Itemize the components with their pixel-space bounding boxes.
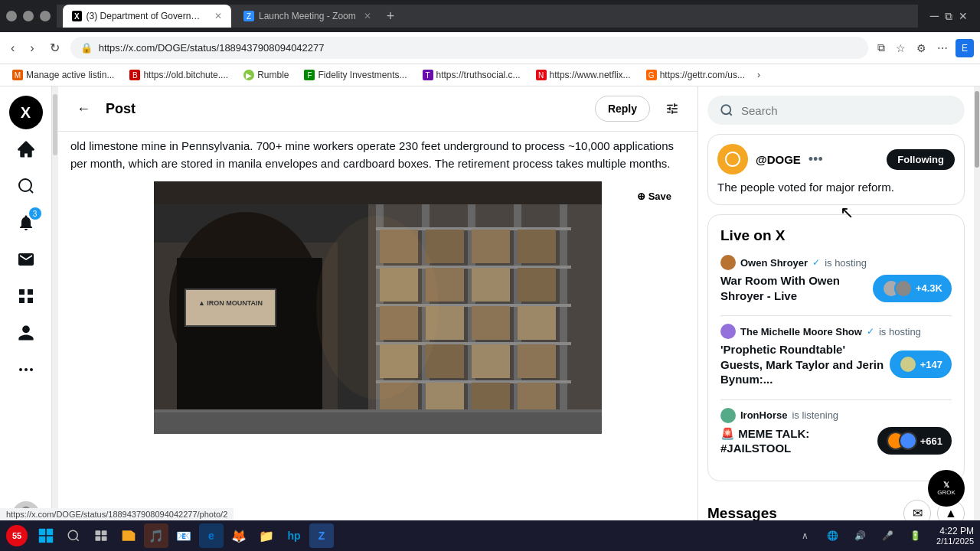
- right-sidebar: @DOGE ••• Following The people voted for…: [698, 86, 974, 538]
- bookmark-gettr[interactable]: G https://gettr.com/us...: [640, 67, 751, 83]
- options-icon: [665, 102, 679, 116]
- live-host-row-2: The Michelle Moore Show ✓ is hosting: [720, 324, 952, 339]
- save-badge[interactable]: ⊕ Save: [629, 187, 679, 205]
- star-button[interactable]: ☆: [893, 39, 909, 57]
- listener-count-2: +147: [920, 359, 942, 370]
- svg-rect-34: [518, 268, 556, 302]
- sidebar-item-home[interactable]: [9, 132, 43, 166]
- window-action-buttons: ─ ⧉ ✕: [924, 6, 974, 26]
- settings-button[interactable]: ⚙: [913, 39, 929, 57]
- listener-badge-2[interactable]: +147: [890, 350, 952, 378]
- tray-battery-button[interactable]: 🔋: [903, 523, 927, 548]
- taskbar-hp-button[interactable]: hp: [282, 523, 306, 548]
- verified-icon-1: ✓: [812, 257, 820, 268]
- svg-rect-3: [28, 289, 33, 295]
- refresh-button[interactable]: ↻: [45, 37, 64, 58]
- nav-icons: ⧉ ☆ ⚙ ⋯ E: [874, 38, 974, 57]
- search-icon: [720, 103, 733, 117]
- post-image-container: ▲ IRON MOUNTAIN: [70, 181, 685, 437]
- window-restore-button[interactable]: ⧉: [945, 10, 952, 23]
- listener-badge-3[interactable]: +661: [877, 427, 952, 455]
- post-options-button[interactable]: [659, 96, 685, 122]
- task-view-button[interactable]: [89, 523, 113, 548]
- listener-badge-1[interactable]: +4.3K: [873, 275, 952, 302]
- sidebar-item-more[interactable]: [9, 353, 43, 386]
- bookmarks-more[interactable]: ›: [754, 67, 763, 83]
- more-button[interactable]: ⋯: [934, 39, 951, 57]
- x-logo-text: X: [21, 104, 31, 122]
- minimize-button[interactable]: [6, 11, 17, 21]
- tray-mic-button[interactable]: 🎤: [875, 523, 900, 548]
- home-icon: [17, 140, 35, 158]
- back-button[interactable]: ‹: [6, 38, 19, 58]
- svg-rect-54: [39, 529, 45, 535]
- tray-network-button[interactable]: 🌐: [820, 523, 844, 548]
- tab-close-doge[interactable]: ✕: [214, 11, 222, 21]
- taskbar-files-button[interactable]: [116, 523, 141, 548]
- bookmark-manage[interactable]: M Manage active listin...: [6, 67, 120, 83]
- window-controls: [6, 11, 51, 21]
- extensions-button[interactable]: ⧉: [874, 38, 888, 57]
- bookmark-label-bitchute: https://old.bitchute....: [143, 70, 228, 80]
- taskbar-app3-button[interactable]: 🦊: [227, 523, 251, 548]
- grok-button[interactable]: 𝕏 GROK: [928, 470, 965, 507]
- post-back-button[interactable]: ←: [70, 96, 96, 122]
- close-button[interactable]: [40, 11, 51, 21]
- forward-button[interactable]: ›: [25, 38, 38, 58]
- start-button[interactable]: [34, 523, 58, 548]
- sidebar-item-notifications[interactable]: 3: [9, 206, 43, 240]
- window-close-button[interactable]: ✕: [959, 10, 968, 22]
- taskbar-zoom-button[interactable]: Z: [309, 523, 334, 548]
- address-bar[interactable]: 🔒 https://x.com/DOGE/status/188943790809…: [70, 37, 868, 59]
- verified-icon-2: ✓: [867, 326, 874, 337]
- app1-icon: 🎵: [149, 529, 164, 543]
- tray-up-icon: ∧: [802, 530, 808, 541]
- tab-close-zoom[interactable]: ✕: [364, 11, 371, 21]
- taskbar-app1-button[interactable]: 🎵: [144, 523, 168, 548]
- files-icon: [121, 528, 136, 543]
- host-name-2: The Michelle Moore Show: [740, 326, 862, 337]
- scroll-track-right[interactable]: [974, 86, 980, 538]
- bookmark-bitchute[interactable]: B https://old.bitchute....: [123, 67, 234, 83]
- x-logo[interactable]: X: [9, 96, 43, 129]
- tray-sound-button[interactable]: 🔊: [848, 523, 872, 548]
- tray-up-button[interactable]: ∧: [792, 523, 817, 548]
- sidebar-item-lists[interactable]: [9, 279, 43, 313]
- new-tab-button[interactable]: +: [381, 5, 401, 28]
- following-button[interactable]: Following: [887, 149, 955, 170]
- bookmark-fidelity[interactable]: F Fidelity Investments...: [298, 67, 413, 83]
- listener-avatars-1: [882, 279, 913, 298]
- title-bar: X (3) Department of Government E ✕ Z Lau…: [0, 0, 980, 32]
- maximize-button[interactable]: [23, 11, 34, 21]
- bookmark-rumble[interactable]: ▶ Rumble: [237, 67, 295, 83]
- bookmark-netflix[interactable]: N https://www.netflix...: [530, 67, 637, 83]
- taskbar-edge-button[interactable]: e: [199, 523, 224, 548]
- host-avatar-2: [720, 324, 736, 339]
- bookmark-favicon-truthsocial: T: [423, 70, 433, 80]
- doge-options[interactable]: •••: [808, 152, 823, 168]
- host-name-1: Owen Shroyer: [740, 257, 808, 269]
- edge-button[interactable]: E: [956, 39, 974, 57]
- search-input[interactable]: [741, 104, 952, 117]
- browser-chrome: X (3) Department of Government E ✕ Z Lau…: [0, 0, 980, 86]
- taskbar-app2-button[interactable]: 📧: [172, 523, 196, 548]
- taskbar-clock[interactable]: 4:22 PM 2/11/2025: [936, 526, 974, 546]
- sidebar-item-profile[interactable]: [9, 316, 43, 350]
- tab-title-zoom: Launch Meeting - Zoom: [259, 11, 356, 21]
- live-section: Live on X Owen Shroyer ✓ is hosting War …: [707, 214, 965, 481]
- tab-doge[interactable]: X (3) Department of Government E ✕: [63, 5, 231, 28]
- svg-rect-42: [518, 344, 556, 378]
- doge-avatar-icon: [724, 150, 742, 168]
- scroll-thumb-right: [975, 91, 979, 168]
- search-box[interactable]: [707, 96, 965, 125]
- taskbar-files2-button[interactable]: 📁: [254, 523, 279, 548]
- tab-zoom[interactable]: Z Launch Meeting - Zoom ✕: [234, 5, 381, 28]
- scroll-track-left[interactable]: [52, 86, 58, 538]
- sidebar-item-messages[interactable]: [9, 243, 43, 276]
- bookmark-truthsocial[interactable]: T https://truthsocial.c...: [416, 67, 527, 83]
- taskbar-search-button[interactable]: [61, 523, 86, 548]
- system-tray: ∧ 🌐 🔊 🎤 🔋 4:22 PM 2/11/2025: [792, 523, 974, 548]
- reply-button[interactable]: Reply: [595, 96, 650, 122]
- window-minimize-button[interactable]: ─: [930, 9, 939, 23]
- sidebar-item-search[interactable]: [9, 169, 43, 203]
